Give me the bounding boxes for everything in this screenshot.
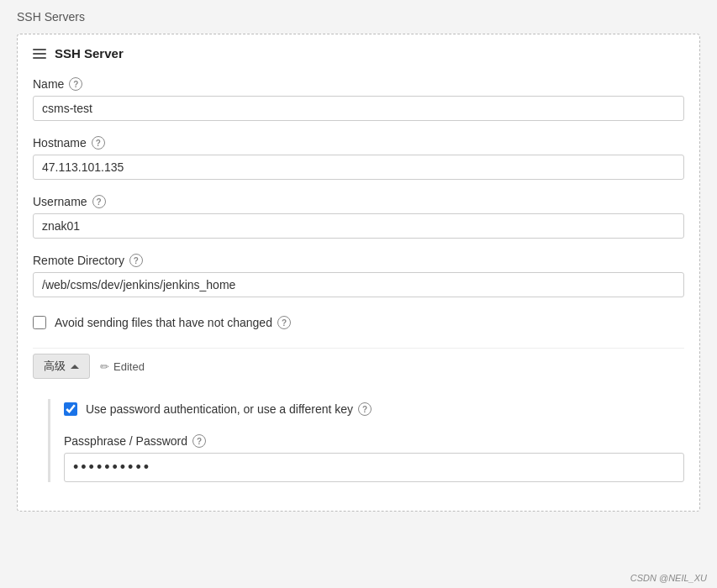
use-password-label: Use password authentication, or use a di… xyxy=(86,402,372,416)
avoid-sending-label: Avoid sending files that have not change… xyxy=(55,316,291,329)
sub-section: Use password authentication, or use a di… xyxy=(48,399,684,482)
passphrase-group: Passphrase / Password ? xyxy=(64,434,684,482)
avoid-sending-help-icon[interactable]: ? xyxy=(277,316,291,329)
ssh-server-card: SSH Server Name ? Hostname ? Username ? xyxy=(17,34,700,512)
edited-label: Edited xyxy=(113,360,145,373)
passphrase-input[interactable] xyxy=(64,453,684,482)
use-password-help-icon[interactable]: ? xyxy=(358,402,372,416)
hostname-group: Hostname ? xyxy=(33,136,684,180)
name-group: Name ? xyxy=(33,77,684,121)
passphrase-label: Passphrase / Password ? xyxy=(64,434,684,448)
remote-directory-help-icon[interactable]: ? xyxy=(129,254,143,267)
username-help-icon[interactable]: ? xyxy=(92,195,106,208)
drag-handle-icon[interactable] xyxy=(33,49,46,59)
avoid-sending-group: Avoid sending files that have not change… xyxy=(33,312,684,333)
edited-badge: ✏ Edited xyxy=(100,360,145,373)
name-help-icon[interactable]: ? xyxy=(69,77,82,91)
remote-directory-input[interactable] xyxy=(33,272,684,297)
remote-directory-label: Remote Directory ? xyxy=(33,254,684,267)
remote-directory-group: Remote Directory ? xyxy=(33,254,684,297)
advanced-button-label: 高级 xyxy=(44,359,66,374)
chevron-up-icon xyxy=(71,365,79,369)
form-section: Name ? Hostname ? Username ? Remote Dire… xyxy=(18,69,699,511)
advanced-button[interactable]: 高级 xyxy=(33,354,90,379)
edit-icon: ✏ xyxy=(100,360,109,373)
use-password-checkbox[interactable] xyxy=(64,402,77,416)
watermark: CSDN @NEIL_XU xyxy=(630,573,707,583)
name-input[interactable] xyxy=(33,96,684,121)
username-group: Username ? xyxy=(33,195,684,239)
breadcrumb: SSH Servers xyxy=(17,10,85,24)
advanced-bar: 高级 ✏ Edited xyxy=(33,348,684,391)
card-title: SSH Server xyxy=(55,46,124,60)
hostname-input[interactable] xyxy=(33,155,684,180)
passphrase-help-icon[interactable]: ? xyxy=(192,434,206,448)
hostname-label: Hostname ? xyxy=(33,136,684,150)
hostname-help-icon[interactable]: ? xyxy=(92,136,105,150)
card-header: SSH Server xyxy=(18,34,699,69)
username-label: Username ? xyxy=(33,195,684,208)
name-label: Name ? xyxy=(33,77,684,91)
use-password-group: Use password authentication, or use a di… xyxy=(64,399,684,419)
avoid-sending-checkbox[interactable] xyxy=(33,316,46,329)
username-input[interactable] xyxy=(33,213,684,239)
